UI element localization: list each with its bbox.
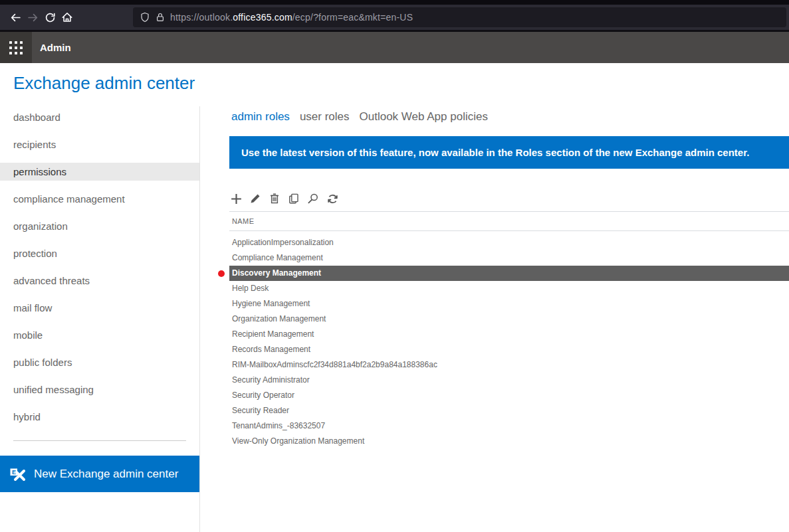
info-banner-text: Use the latest version of this feature, … [241, 147, 749, 158]
role-row[interactable]: View-Only Organization Management [229, 434, 789, 449]
sidebar-divider [13, 440, 186, 441]
sidebar-item-mail-flow[interactable]: mail flow [0, 299, 199, 317]
role-row[interactable]: Security Reader [229, 403, 789, 418]
reload-icon [45, 12, 56, 23]
tab-admin-roles[interactable]: admin roles [231, 110, 290, 124]
role-row-label: Discovery Management [232, 268, 321, 278]
role-row[interactable]: Help Desk [229, 281, 789, 296]
app-launcher-button[interactable] [0, 32, 32, 63]
role-row[interactable]: ApplicationImpersonalization [229, 235, 789, 250]
copy-icon [288, 193, 300, 205]
info-banner: Use the latest version of this feature, … [229, 136, 789, 169]
trash-icon [269, 193, 281, 205]
role-row[interactable]: Compliance Management [229, 250, 789, 266]
attention-dot-icon [218, 270, 225, 277]
tab-owa-policies[interactable]: Outlook Web App policies [360, 110, 488, 124]
browser-top-strip [0, 0, 789, 5]
search-icon [307, 193, 319, 205]
sidebar-item-mobile[interactable]: mobile [0, 326, 199, 344]
role-row[interactable]: Security Operator [229, 388, 789, 403]
sidebar-item-compliance-management[interactable]: compliance management [0, 190, 199, 208]
sidebar-nav: dashboard recipients permissions complia… [0, 108, 199, 426]
exchange-logo-icon: E [9, 465, 27, 483]
plus-icon [230, 193, 243, 205]
home-button[interactable] [58, 9, 76, 26]
role-row[interactable]: TenantAdmins_-83632507 [229, 418, 789, 434]
back-icon [10, 12, 21, 23]
forward-icon [27, 12, 39, 23]
list-header-divider [229, 230, 789, 231]
copy-button[interactable] [286, 191, 301, 206]
url-text: https://outlook.office365.com/ecp/?form=… [170, 12, 413, 23]
refresh-icon [326, 193, 339, 205]
browser-chrome: https://outlook.office365.com/ecp/?form=… [0, 0, 789, 32]
delete-button[interactable] [267, 191, 282, 206]
browser-toolbar: https://outlook.office365.com/ecp/?form=… [0, 5, 789, 30]
role-row[interactable]: Records Management [229, 342, 789, 357]
new-eac-label: New Exchange admin center [34, 468, 178, 481]
waffle-icon [9, 41, 23, 54]
url-path: /ecp/?form=eac&mkt=en-US [292, 12, 413, 23]
edit-button[interactable] [248, 191, 263, 206]
roles-toolbar [229, 191, 340, 206]
roles-list: ApplicationImpersonalization Compliance … [229, 235, 789, 449]
lock-icon [155, 12, 166, 23]
sidebar-item-recipients[interactable]: recipients [0, 135, 199, 153]
role-row[interactable]: Organization Management [229, 311, 789, 327]
reload-button[interactable] [41, 9, 58, 26]
pencil-icon [249, 193, 261, 205]
app-bar: Admin [0, 32, 789, 63]
url-domain: office365.com [233, 12, 292, 23]
list-top-divider [229, 211, 789, 212]
sidebar-item-advanced-threats[interactable]: advanced threats [0, 272, 199, 290]
tab-bar: admin roles user roles Outlook Web App p… [231, 110, 488, 124]
app-bar-title: Admin [40, 32, 71, 63]
sidebar-item-permissions[interactable]: permissions [0, 163, 199, 181]
home-icon [61, 11, 73, 23]
page-title: Exchange admin center [13, 73, 195, 94]
name-column-header[interactable]: NAME [232, 217, 254, 225]
role-row-selected[interactable]: Discovery Management [229, 266, 789, 281]
sidebar-item-dashboard[interactable]: dashboard [0, 108, 199, 126]
forward-button[interactable] [24, 9, 41, 26]
address-bar[interactable]: https://outlook.office365.com/ecp/?form=… [133, 7, 786, 27]
role-row[interactable]: Security Administrator [229, 373, 789, 388]
role-row[interactable]: RIM-MailboxAdminscfc2f34d881a4bf2a2b9a84… [229, 357, 789, 373]
url-prefix: https://outlook. [170, 12, 233, 23]
svg-text:E: E [12, 469, 16, 476]
back-button[interactable] [7, 9, 24, 26]
sidebar-main-divider [199, 106, 200, 532]
search-button[interactable] [306, 191, 320, 206]
add-button[interactable] [229, 191, 243, 206]
new-exchange-admin-center-button[interactable]: E New Exchange admin center [0, 456, 199, 492]
role-row[interactable]: Hygiene Management [229, 296, 789, 311]
role-row[interactable]: Recipient Management [229, 327, 789, 342]
refresh-button[interactable] [325, 191, 340, 206]
sidebar-item-public-folders[interactable]: public folders [0, 353, 199, 371]
sidebar-item-organization[interactable]: organization [0, 217, 199, 235]
sidebar-item-protection[interactable]: protection [0, 244, 199, 262]
tab-user-roles[interactable]: user roles [300, 110, 350, 124]
shield-icon [140, 12, 150, 23]
sidebar-item-unified-messaging[interactable]: unified messaging [0, 381, 199, 399]
sidebar-item-hybrid[interactable]: hybrid [0, 408, 199, 426]
